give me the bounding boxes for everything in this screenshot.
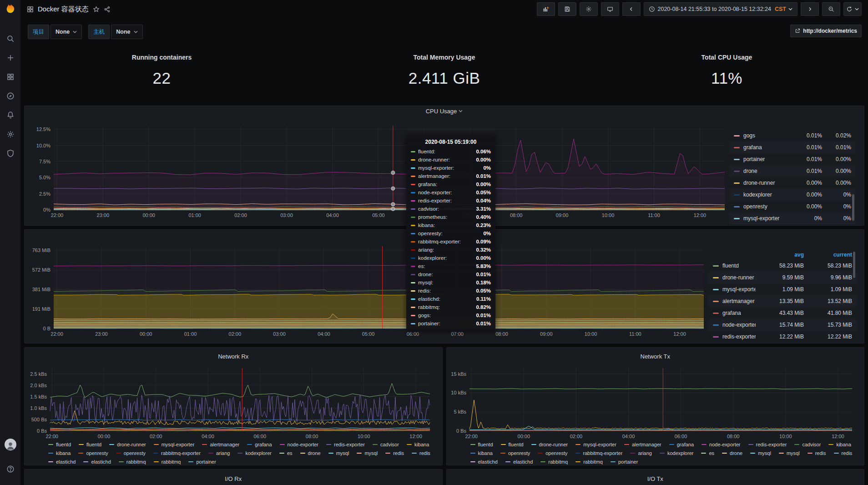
alerting-bell-icon[interactable] <box>0 106 20 125</box>
variable-project-label[interactable]: 项目 <box>28 25 49 39</box>
network-tx-chart[interactable]: 22:0000:0002:0004:0006:0008:0010:0012:00… <box>447 362 858 440</box>
cpu-usage-chart[interactable]: 22:0023:0000:0001:0002:0003:0004:0005:00… <box>27 116 729 223</box>
legend-item[interactable]: rabbitmq <box>575 459 603 465</box>
legend-row[interactable]: drone 0.01% 0.00% <box>729 165 856 177</box>
stat-total-memory[interactable]: Total Memory Usage 2.411 GiB <box>303 51 585 102</box>
variable-host-label[interactable]: 主机 <box>88 25 110 39</box>
time-range-back-button[interactable] <box>622 2 641 16</box>
legend-item[interactable]: kibana <box>828 441 851 448</box>
legend-item[interactable]: kibana <box>470 450 493 456</box>
legend-item[interactable]: node-exporter <box>701 441 741 448</box>
legend-item[interactable]: mysql <box>357 450 378 456</box>
legend-row[interactable]: redis-exporter 12.22 MiB 12.22 MiB <box>708 331 857 343</box>
user-avatar[interactable] <box>5 439 16 450</box>
legend-item[interactable]: drone <box>300 450 321 456</box>
stat-total-cpu[interactable]: Total CPU Usage 11% <box>585 51 868 102</box>
cpu-panel-title[interactable]: CPU Usage <box>25 106 864 116</box>
legend-item[interactable]: es <box>701 450 714 456</box>
legend-item[interactable]: elastichd <box>505 459 533 465</box>
time-range-forward-button[interactable] <box>801 2 819 16</box>
explore-compass-icon[interactable] <box>0 86 20 106</box>
legend-item[interactable]: redis-exporter <box>326 441 365 448</box>
legend-header-current[interactable]: current <box>804 252 852 258</box>
legend-row[interactable]: drone-runner 0.00% 0.00% <box>729 177 856 189</box>
legend-item[interactable]: kibana <box>48 450 71 456</box>
variable-host-select[interactable]: None <box>111 25 142 39</box>
legend-item[interactable]: mysql <box>328 450 349 456</box>
legend-row[interactable]: gogs 0.01% 0.02% <box>729 130 856 141</box>
legend-row[interactable]: drone-runner 9.59 MiB 9.96 MiB <box>708 272 857 283</box>
legend-item[interactable]: rabbitmq <box>119 459 146 465</box>
legend-item[interactable]: cadvisor <box>373 441 399 448</box>
legend-item[interactable]: portainer <box>611 459 638 465</box>
legend-item[interactable]: grafana <box>669 441 694 448</box>
save-dashboard-button[interactable] <box>558 2 576 16</box>
legend-item[interactable]: mysql-exporter <box>154 441 195 448</box>
legend-item[interactable]: alertmanager <box>624 441 661 448</box>
legend-item[interactable]: ariang <box>630 450 652 456</box>
legend-item[interactable]: redis <box>807 450 826 456</box>
legend-item[interactable]: rabbitmq-exporter <box>575 450 623 456</box>
stat-running-containers[interactable]: Running containers 22 <box>20 51 303 102</box>
network-rx-title[interactable]: Network Rx <box>25 351 442 362</box>
legend-item[interactable]: fluentd <box>79 441 101 448</box>
legend-item[interactable]: redis <box>412 450 430 456</box>
legend-item[interactable]: elastichd <box>470 459 498 465</box>
legend-row[interactable]: alertmanager 13.35 MiB 13.52 MiB <box>708 295 857 307</box>
network-rx-chart[interactable]: 22:0000:0002:0004:0006:0008:0010:0012:00… <box>25 362 436 440</box>
search-icon[interactable] <box>0 29 20 48</box>
cycle-view-mode-button[interactable] <box>601 2 619 16</box>
io-tx-title[interactable]: I/O Tx <box>447 473 864 484</box>
legend-row[interactable]: portainer 0.01% 0.00% <box>729 153 856 165</box>
time-range-picker[interactable]: 2020-08-14 21:55:33 to 2020-08-15 12:32:… <box>644 2 797 16</box>
legend-item[interactable]: kodexplorer <box>660 450 693 456</box>
legend-item[interactable]: elastichd <box>48 459 76 465</box>
legend-item[interactable]: fluentd <box>470 441 493 448</box>
legend-row[interactable]: openresty 0.00% 0% <box>729 201 856 212</box>
legend-item[interactable]: fluentd <box>501 441 524 448</box>
server-admin-shield-icon[interactable] <box>0 144 20 163</box>
legend-item[interactable]: openresty <box>78 450 108 456</box>
zoom-out-time-button[interactable] <box>822 2 840 16</box>
legend-item[interactable]: rabbitmq <box>540 459 568 465</box>
legend-item[interactable]: kibana <box>407 441 429 448</box>
share-icon[interactable] <box>104 6 111 13</box>
legend-item[interactable]: node-exporter <box>280 441 319 448</box>
legend-item[interactable]: redis-exporter <box>748 441 787 448</box>
legend-header-avg[interactable]: avg <box>756 252 804 258</box>
legend-item[interactable]: openresty <box>500 450 530 456</box>
legend-item[interactable]: grafana <box>247 441 272 448</box>
legend-item[interactable]: alertmanager <box>202 441 239 448</box>
io-rx-title[interactable]: I/O Rx <box>25 473 442 484</box>
legend-row[interactable]: kodexplorer 0.00% 0% <box>729 189 856 201</box>
legend-item[interactable]: elastichd <box>83 459 111 465</box>
legend-row[interactable]: mysql-exporter 1.09 MiB 1.09 MiB <box>708 283 857 295</box>
legend-row[interactable]: grafana 0.01% 0.01% <box>729 141 856 153</box>
legend-item[interactable]: portainer <box>188 459 216 465</box>
legend-row[interactable]: fluentd 58.23 MiB 58.23 MiB <box>708 260 857 272</box>
grafana-logo-icon[interactable] <box>4 3 17 16</box>
configuration-gear-icon[interactable] <box>0 125 20 144</box>
legend-item[interactable]: drone-runner <box>531 441 568 448</box>
legend-item[interactable]: rabbitmq <box>154 459 181 465</box>
help-icon[interactable] <box>0 460 20 479</box>
legend-item[interactable]: redis <box>385 450 404 456</box>
legend-row[interactable]: node-exporter 15.74 MiB 15.73 MiB <box>708 319 857 331</box>
network-tx-title[interactable]: Network Tx <box>447 351 864 362</box>
legend-item[interactable]: ariang <box>208 450 230 456</box>
legend-item[interactable]: mysql <box>779 450 800 456</box>
add-panel-button[interactable] <box>537 2 555 16</box>
legend-item[interactable]: cadvisor <box>794 441 821 448</box>
refresh-button[interactable] <box>843 2 862 16</box>
legend-item[interactable]: drone-runner <box>109 441 146 448</box>
legend-row[interactable]: mysql-exporter 0% 0% <box>729 212 856 224</box>
legend-item[interactable]: mysql <box>750 450 771 456</box>
star-icon[interactable] <box>93 6 100 13</box>
memory-usage-chart[interactable]: 22:0023:0000:0001:0002:0003:0004:0005:00… <box>27 242 708 342</box>
legend-item[interactable]: openresty <box>538 450 567 456</box>
dashboard-settings-button[interactable] <box>580 2 598 16</box>
legend-item[interactable]: openresty <box>116 450 146 456</box>
legend-row[interactable]: grafana 43.43 MiB 41.80 MiB <box>708 307 857 319</box>
legend-item[interactable]: drone <box>722 450 742 456</box>
legend-scrollbar[interactable] <box>853 252 855 278</box>
